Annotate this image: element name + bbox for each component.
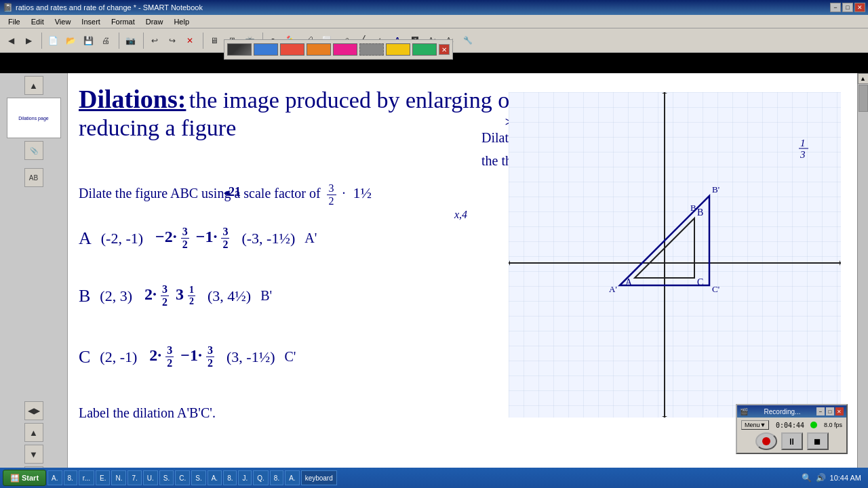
vertical-scrollbar[interactable]: ▲ ▼ <box>857 73 868 488</box>
row-c-frac: 3 2 <box>165 344 174 369</box>
next-page-button[interactable]: ▼ <box>24 445 43 464</box>
svg-text:C': C' <box>712 284 719 294</box>
taskbar-item-8[interactable]: 8. <box>64 470 77 485</box>
pen-toolbar-close[interactable]: ✕ <box>439 44 450 55</box>
search-icon: 🔍 <box>802 473 812 483</box>
row-c-neg1calc: −1· 3 2 <box>180 344 214 369</box>
camera-button[interactable]: 📷 <box>122 33 138 49</box>
svg-text:A': A' <box>609 284 617 294</box>
open-button[interactable]: 📂 <box>62 33 79 49</box>
sidebar-toggle-1[interactable]: 📎 <box>24 141 43 160</box>
recording-title: Recording... <box>764 408 801 415</box>
toolbar-sep-1 <box>39 33 42 49</box>
speaker-icon: 🔊 <box>816 473 826 483</box>
pen-color-dashed[interactable] <box>359 43 384 56</box>
sidebar-toggle-2[interactable]: AB <box>24 168 43 187</box>
pen-color-red[interactable] <box>280 43 304 56</box>
title-rest: the image produced by enlarging or <box>189 87 517 113</box>
row-b-calc: 2· 3 2 <box>144 283 169 308</box>
collapse-button[interactable]: ◀▶ <box>24 401 43 420</box>
row-c-result: (3, -1½) <box>226 348 275 366</box>
pen-color-green[interactable] <box>412 43 437 56</box>
taskbar-item-8b[interactable]: 8. <box>223 470 237 485</box>
pen-color-blue[interactable] <box>254 43 278 56</box>
rec-max-btn[interactable]: □ <box>826 407 834 415</box>
title-bar-controls: − □ ✕ <box>830 3 865 12</box>
redo-button[interactable]: ↪ <box>164 33 180 49</box>
pen-color-yellow[interactable] <box>386 43 410 56</box>
row-a-coords: (-2, -1) <box>101 230 143 247</box>
tools-button[interactable]: 🔧 <box>460 33 476 49</box>
rec-stop-button[interactable]: ⏹ <box>807 432 829 450</box>
taskbar-item-a2[interactable]: A. <box>208 470 222 485</box>
mixed-num: 1½ <box>353 184 372 201</box>
maximize-button[interactable]: □ <box>842 3 853 12</box>
menu-edit[interactable]: Edit <box>26 16 50 27</box>
taskbar-item-j[interactable]: J. <box>238 470 252 485</box>
save-button[interactable]: 💾 <box>80 33 96 49</box>
frac-denominator: 2 <box>327 195 336 207</box>
row-a-result: (-3, -1½) <box>241 230 295 247</box>
close-button[interactable]: ✕ <box>854 3 865 12</box>
window-title: ratios and rates and rate of change * - … <box>16 3 203 12</box>
taskbar-item-e[interactable]: E. <box>96 470 110 485</box>
taskbar-item-s2[interactable]: S. <box>191 470 205 485</box>
menu-insert[interactable]: Insert <box>76 16 106 27</box>
pen-color-black[interactable] <box>227 43 252 56</box>
taskbar-item-s1[interactable]: S. <box>159 470 174 485</box>
title-reducing: reducing a figure <box>79 115 236 140</box>
rec-pause-button[interactable]: ⏸ <box>781 432 803 450</box>
menu-help[interactable]: Help <box>168 16 195 27</box>
taskbar-item-8c[interactable]: 8. <box>270 470 283 485</box>
svg-text:B: B <box>697 207 703 218</box>
prev-page-button[interactable]: ▲ <box>24 423 43 442</box>
menu-view[interactable]: View <box>50 16 77 27</box>
taskbar-item-keyboard[interactable]: keyboard <box>301 470 337 485</box>
pen-color-orange[interactable] <box>307 43 331 56</box>
rec-menu-button[interactable]: Menu▼ <box>741 420 769 430</box>
taskbar-item-q[interactable]: Q. <box>253 470 269 485</box>
forward-button[interactable]: ▶ <box>20 33 37 49</box>
row-b-3half: 3 1 2 <box>176 285 195 307</box>
pen-color-pink[interactable] <box>333 43 357 56</box>
rec-min-btn[interactable]: − <box>816 407 825 415</box>
display-button[interactable]: 🖥 <box>206 33 222 49</box>
minimize-button[interactable]: − <box>830 3 841 12</box>
taskbar-item-7[interactable]: 7. <box>127 470 141 485</box>
row-b-result: (3, 4½) <box>208 287 251 305</box>
row-a-calc: −2· 3 2 <box>155 226 189 251</box>
rec-record-button[interactable] <box>755 432 777 450</box>
start-button[interactable]: 🪟 Start <box>3 470 46 486</box>
title-bar: 📓 ratios and rates and rate of change * … <box>0 0 868 15</box>
undo-button[interactable]: ↩ <box>146 33 163 49</box>
recording-time: 0:04:44 <box>776 422 804 429</box>
scroll-thumb[interactable] <box>859 85 868 112</box>
taskbar-item-a3[interactable]: A. <box>285 470 299 485</box>
problem-area: Dilate the figure ABC using a scale fact… <box>79 182 486 207</box>
delete-button[interactable]: ✕ <box>182 33 198 49</box>
taskbar-item-u[interactable]: U. <box>143 470 158 485</box>
taskbar-item-r[interactable]: r... <box>79 470 94 485</box>
row-b-label: B <box>79 286 90 306</box>
scroll-up-button[interactable]: ▲ <box>858 73 869 84</box>
menu-file[interactable]: File <box>3 16 26 27</box>
content-area: Dilations: the image produced by enlargi… <box>68 73 868 488</box>
toolbar-sep-3 <box>141 33 144 49</box>
menu-format[interactable]: Format <box>106 16 140 27</box>
taskbar-item-a[interactable]: A. <box>47 470 62 485</box>
page-up-button[interactable]: ▲ <box>24 76 43 95</box>
taskbar-item-c[interactable]: C. <box>175 470 190 485</box>
print-button[interactable]: 🖨 <box>98 33 114 49</box>
recording-titlebar: 🎬 Recording... − □ ✕ <box>737 405 846 418</box>
grid-svg: A B C A' B' C' B 1 <box>509 92 841 418</box>
back-button[interactable]: ◀ <box>3 33 19 49</box>
main-area: ▲ Dilations page 📎 AB ◀▶ ▲ ▼ + Dilations… <box>0 73 868 488</box>
title-bar-left: 📓 ratios and rates and rate of change * … <box>3 3 203 12</box>
menu-draw[interactable]: Draw <box>140 16 169 27</box>
taskbar-item-n[interactable]: N. <box>111 470 126 485</box>
svg-text:B: B <box>690 203 696 213</box>
row-b-half-frac: 1 2 <box>188 285 195 307</box>
rec-close-btn[interactable]: ✕ <box>835 407 844 415</box>
new-button[interactable]: 📄 <box>45 33 61 49</box>
dot-separator: · <box>342 186 346 201</box>
